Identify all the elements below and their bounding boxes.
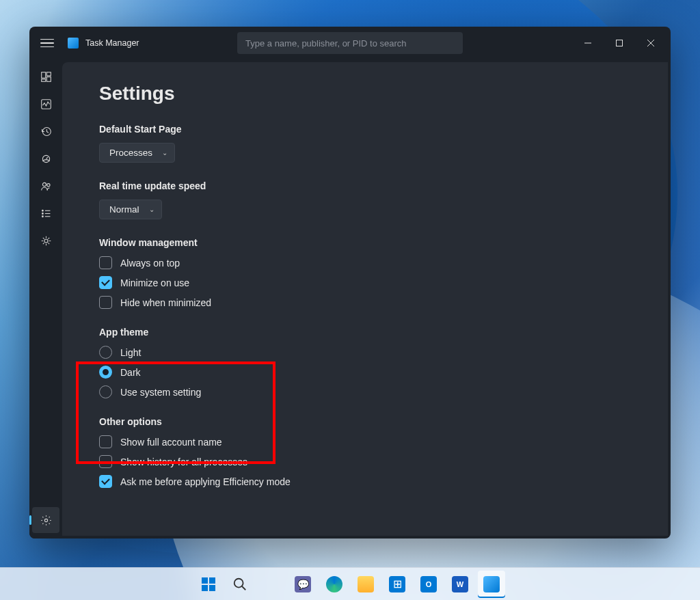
sidebar: [29, 59, 62, 538]
svg-rect-1: [617, 40, 623, 46]
svg-rect-6: [46, 77, 51, 81]
svg-point-13: [46, 183, 49, 186]
nav-performance[interactable]: [32, 91, 59, 117]
section-update-speed: Real time update speed Normal ⌄: [99, 180, 668, 219]
checkbox-minimize-on-use[interactable]: [99, 276, 112, 289]
dropdown-default-start-page[interactable]: Processes ⌄: [99, 143, 175, 163]
nav-settings[interactable]: [32, 507, 59, 533]
taskbar-outlook-button[interactable]: O: [415, 571, 442, 598]
checkbox-ask-efficiency[interactable]: [99, 475, 112, 488]
svg-point-15: [42, 213, 43, 214]
taskbar-task-manager-button[interactable]: [478, 571, 505, 598]
svg-point-16: [42, 215, 43, 217]
label-show-history: Show history for all processes: [120, 456, 247, 467]
radio-theme-system[interactable]: [99, 385, 112, 398]
taskbar-store-button[interactable]: ⊞: [383, 571, 411, 598]
app-title: Task Manager: [85, 38, 139, 48]
nav-users[interactable]: [32, 173, 59, 199]
section-other-options: Other options Show full account name Sho…: [99, 416, 668, 488]
settings-content: Settings Default Start Page Processes ⌄ …: [62, 62, 668, 536]
chevron-down-icon: ⌄: [162, 149, 167, 156]
nav-app-history[interactable]: [32, 118, 59, 144]
app-icon: [68, 38, 79, 49]
nav-details[interactable]: [32, 200, 59, 226]
label-hide-when-minimized: Hide when minimized: [120, 297, 211, 308]
nav-services[interactable]: [32, 228, 59, 254]
svg-point-14: [42, 210, 43, 211]
section-default-start-page: Default Start Page Processes ⌄: [99, 124, 668, 163]
label-theme-system: Use system setting: [120, 387, 201, 398]
taskbar-taskview-button[interactable]: [258, 571, 285, 598]
svg-rect-4: [41, 72, 45, 78]
taskbar-chat-button[interactable]: 💬: [289, 571, 317, 598]
dropdown-update-speed[interactable]: Normal ⌄: [99, 200, 162, 219]
label-ask-efficiency: Ask me before applying Efficiency mode: [120, 476, 291, 487]
checkbox-full-account-name[interactable]: [99, 435, 112, 448]
titlebar: Task Manager Type a name, publisher, or …: [29, 27, 671, 59]
dropdown-value: Processes: [109, 148, 152, 158]
search-input[interactable]: Type a name, publisher, or PID to search: [237, 32, 463, 54]
nav-processes[interactable]: [32, 64, 59, 90]
svg-point-22: [234, 578, 243, 587]
label-window-management: Window management: [99, 237, 668, 248]
checkbox-show-history[interactable]: [99, 455, 112, 468]
checkbox-always-on-top[interactable]: [99, 256, 112, 269]
hamburger-menu-button[interactable]: [39, 36, 55, 51]
nav-startup[interactable]: [32, 146, 59, 172]
svg-line-23: [242, 586, 246, 590]
label-update-speed: Real time update speed: [99, 180, 668, 191]
label-minimize-on-use: Minimize on use: [120, 277, 189, 288]
label-always-on-top: Always on top: [120, 258, 180, 269]
taskbar-start-button[interactable]: [195, 571, 222, 598]
checkbox-hide-when-minimized[interactable]: [99, 296, 112, 309]
svg-line-11: [46, 156, 48, 159]
close-button[interactable]: [635, 32, 667, 54]
svg-point-21: [44, 519, 47, 521]
taskbar-word-button[interactable]: W: [446, 571, 474, 598]
taskbar-edge-button[interactable]: [321, 571, 348, 598]
label-other-options: Other options: [99, 416, 668, 427]
page-title: Settings: [99, 83, 668, 105]
taskbar-search-button[interactable]: [226, 571, 254, 598]
label-default-start-page: Default Start Page: [99, 124, 668, 135]
minimize-button[interactable]: [572, 32, 604, 54]
svg-rect-5: [46, 72, 51, 75]
maximize-button[interactable]: [604, 32, 635, 54]
task-manager-window: Task Manager Type a name, publisher, or …: [29, 27, 671, 538]
label-app-theme: App theme: [99, 327, 668, 338]
search-placeholder: Type a name, publisher, or PID to search: [245, 38, 407, 49]
label-theme-light: Light: [120, 347, 141, 358]
svg-point-20: [44, 238, 47, 242]
section-window-management: Window management Always on top Minimize…: [99, 237, 668, 309]
label-full-account-name: Show full account name: [120, 437, 222, 448]
svg-point-12: [42, 182, 46, 186]
taskbar: 💬 ⊞ O W: [0, 567, 700, 600]
taskbar-explorer-button[interactable]: [352, 571, 379, 598]
radio-theme-light[interactable]: [99, 346, 112, 359]
dropdown-value: Normal: [109, 204, 139, 215]
chevron-down-icon: ⌄: [149, 206, 154, 213]
section-app-theme: App theme Light Dark Use system setting: [99, 327, 668, 398]
svg-rect-7: [41, 79, 45, 81]
radio-theme-dark[interactable]: [99, 366, 112, 379]
label-theme-dark: Dark: [120, 367, 141, 378]
